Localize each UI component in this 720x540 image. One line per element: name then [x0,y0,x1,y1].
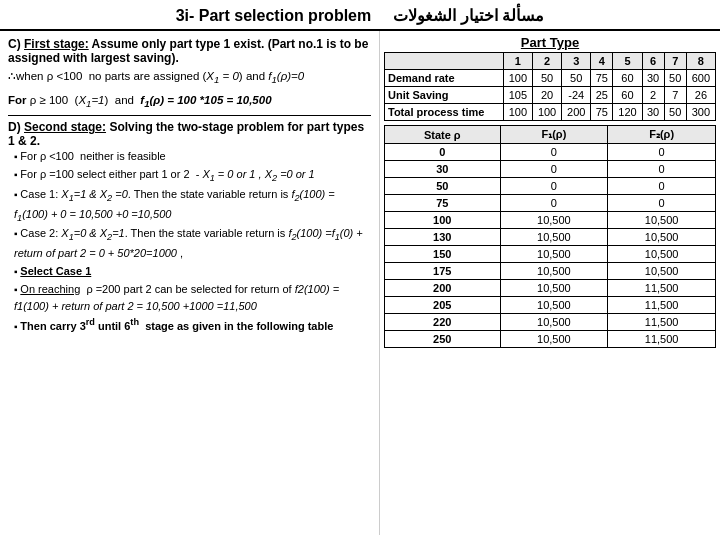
part-cell-1-4: 60 [613,87,642,104]
part-table-row-2: Total process time100100200751203050300 [385,104,716,121]
section-d-label: D) [8,120,24,134]
header-title-arabic: مسألة اختيار الشغولات [393,7,544,24]
state-cell-11-0: 250 [385,331,501,348]
part-cell-2-5: 30 [642,104,664,121]
state-cell-11-1: 10,500 [500,331,608,348]
state-cell-3-2: 0 [608,195,716,212]
state-cell-2-1: 0 [500,178,608,195]
state-cell-5-0: 130 [385,229,501,246]
state-cell-8-0: 200 [385,280,501,297]
part-cell-0-4: 60 [613,70,642,87]
state-cell-4-0: 100 [385,212,501,229]
state-table-row-9: 20510,50011,500 [385,297,716,314]
state-table-row-7: 17510,50010,500 [385,263,716,280]
state-section: State ρ F₁(ρ) F₂(ρ) 00030005000750010010… [380,121,720,535]
part-table: 1 2 3 4 5 6 7 8 Demand rate1005050756030… [384,52,716,121]
part-cell-2-0: 100 [503,104,532,121]
bullet-6: On reaching ρ =200 part 2 can be selecte… [14,281,371,316]
state-table-row-1: 3000 [385,161,716,178]
divider [8,115,371,116]
state-cell-8-1: 10,500 [500,280,608,297]
state-cell-9-0: 205 [385,297,501,314]
part-row-label-0: Demand rate [385,70,504,87]
state-col-f1: F₁(ρ) [500,126,608,144]
col-3: 3 [562,53,591,70]
state-cell-5-2: 10,500 [608,229,716,246]
part-cell-1-2: -24 [562,87,591,104]
col-1: 1 [503,53,532,70]
state-table-row-11: 25010,50011,500 [385,331,716,348]
part-cell-2-2: 200 [562,104,591,121]
part-cell-1-7: 26 [686,87,715,104]
state-cell-10-0: 220 [385,314,501,331]
col-5: 5 [613,53,642,70]
part-row-label-2: Total process time [385,104,504,121]
state-cell-0-1: 0 [500,144,608,161]
state-cell-6-0: 150 [385,246,501,263]
bullet-4: Case 2: X1=0 & X2=1. Then the state vari… [14,225,371,262]
part-table-header-row: 1 2 3 4 5 6 7 8 [385,53,716,70]
part-cell-2-3: 75 [591,104,613,121]
state-cell-0-0: 0 [385,144,501,161]
part-cell-1-1: 20 [532,87,561,104]
state-table-row-0: 000 [385,144,716,161]
state-cell-1-0: 30 [385,161,501,178]
part-cell-2-1: 100 [532,104,561,121]
col-8: 8 [686,53,715,70]
left-panel: C) First stage: Assume only part type 1 … [0,31,380,535]
header-title-left: 3i- Part selection problem [176,7,372,24]
state-cell-6-1: 10,500 [500,246,608,263]
state-cell-3-1: 0 [500,195,608,212]
part-cell-0-7: 600 [686,70,715,87]
state-table: State ρ F₁(ρ) F₂(ρ) 00030005000750010010… [384,125,716,348]
state-cell-11-2: 11,500 [608,331,716,348]
part-cell-1-6: 7 [664,87,686,104]
part-cell-0-5: 30 [642,70,664,87]
state-cell-7-0: 175 [385,263,501,280]
state-table-header-row: State ρ F₁(ρ) F₂(ρ) [385,126,716,144]
bullet-list: For ρ <100 neither is feasible For ρ =10… [8,148,371,336]
part-cell-2-7: 300 [686,104,715,121]
state-cell-10-2: 11,500 [608,314,716,331]
state-table-row-8: 20010,50011,500 [385,280,716,297]
part-cell-0-1: 50 [532,70,561,87]
col-4: 4 [591,53,613,70]
state-table-body: 00030005000750010010,50010,50013010,5001… [385,144,716,348]
state-table-row-5: 13010,50010,500 [385,229,716,246]
state-cell-0-2: 0 [608,144,716,161]
state-cell-6-2: 10,500 [608,246,716,263]
part-cell-0-0: 100 [503,70,532,87]
bullet-1: For ρ <100 neither is feasible [14,148,371,166]
state-cell-10-1: 10,500 [500,314,608,331]
state-table-row-4: 10010,50010,500 [385,212,716,229]
state-cell-2-2: 0 [608,178,716,195]
bullet-3: Case 1: X1=1 & X2 =0. Then the state var… [14,186,371,226]
state-cell-2-0: 50 [385,178,501,195]
part-cell-0-2: 50 [562,70,591,87]
part-type-header: Part Type [384,35,716,50]
section-d-header: D) Second stage: Solving the two-stage p… [8,120,371,148]
state-table-row-3: 7500 [385,195,716,212]
state-cell-4-1: 10,500 [500,212,608,229]
bullet-5: Select Case 1 [14,263,371,281]
condition-1: ∴when ρ <100 no parts are assigned (X1 =… [8,68,371,88]
state-cell-7-1: 10,500 [500,263,608,280]
col-7: 7 [664,53,686,70]
state-cell-1-1: 0 [500,161,608,178]
state-cell-9-2: 11,500 [608,297,716,314]
col-2: 2 [532,53,561,70]
part-table-body: Demand rate100505075603050600Unit Saving… [385,70,716,121]
part-cell-1-5: 2 [642,87,664,104]
part-type-section: Part Type 1 2 3 4 5 6 7 8 D [380,31,720,121]
right-panel: Part Type 1 2 3 4 5 6 7 8 D [380,31,720,535]
section-c-header: C) First stage: Assume only part type 1 … [8,37,371,65]
part-cell-0-6: 50 [664,70,686,87]
state-cell-7-2: 10,500 [608,263,716,280]
state-cell-5-1: 10,500 [500,229,608,246]
state-cell-9-1: 10,500 [500,297,608,314]
section-d-heading: Second stage: [24,120,106,134]
state-table-row-6: 15010,50010,500 [385,246,716,263]
section-c-label: C) [8,37,24,51]
state-cell-1-2: 0 [608,161,716,178]
page-header: 3i- Part selection problem مسألة اختيار … [0,0,720,31]
